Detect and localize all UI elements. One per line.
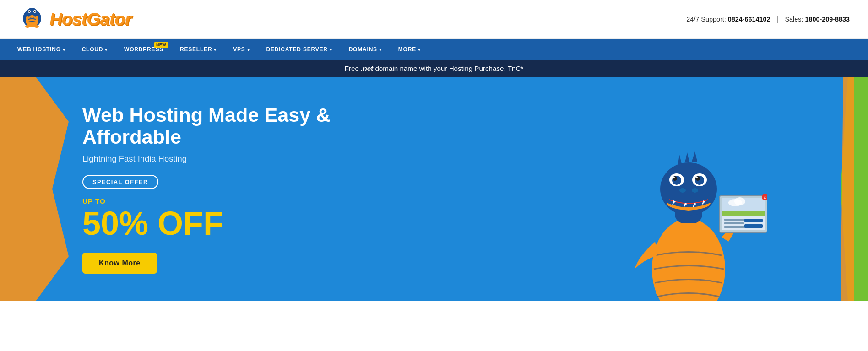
nav-dedicated-server[interactable]: DEDICATED SERVER ▾ [258, 39, 340, 60]
svg-point-28 [673, 177, 675, 178]
svg-point-8 [34, 11, 36, 12]
support-number: 0824-6614102 [728, 16, 770, 23]
svg-rect-37 [722, 211, 765, 216]
svg-point-36 [734, 197, 745, 205]
hostgator-logo-icon [18, 5, 46, 33]
nav-wordpress[interactable]: WORDPRESS NEW [116, 39, 172, 60]
svg-point-10 [34, 25, 39, 28]
know-more-button[interactable]: Know More [82, 253, 157, 274]
promo-text-after: domain name with your Hosting Purchase. … [373, 65, 523, 72]
hero-section: Web Hosting Made Easy & Affordable Light… [0, 77, 868, 301]
nav-web-hosting-arrow: ▾ [63, 47, 65, 52]
nav-vps-arrow: ▾ [247, 47, 250, 52]
svg-rect-41 [744, 219, 763, 222]
svg-point-9 [25, 25, 30, 28]
promo-banner: Free .net domain name with your Hosting … [0, 60, 868, 77]
sales-number: 1800-209-8833 [805, 16, 850, 23]
special-offer-badge: SPECIAL OFFER [82, 175, 158, 189]
nav-web-hosting[interactable]: WEB HOSTING ▾ [9, 39, 74, 60]
main-nav: WEB HOSTING ▾ CLOUD ▾ WORDPRESS NEW RESE… [0, 39, 868, 60]
nav-reseller-arrow: ▾ [214, 47, 217, 52]
nav-domains[interactable]: DOMAINS ▾ [341, 39, 390, 60]
promo-text-before: Free [345, 65, 361, 72]
nav-more-arrow: ▾ [418, 47, 421, 52]
nav-dedicated-server-arrow: ▾ [330, 47, 332, 52]
svg-point-26 [673, 176, 677, 181]
svg-point-31 [692, 188, 698, 193]
logo-area[interactable]: HostGator [18, 5, 131, 33]
hero-title: Web Hosting Made Easy & Affordable [82, 104, 394, 148]
sales-label: Sales: [785, 16, 803, 23]
support-info: 24/7 Support: 0824-6614102 | Sales: 1800… [686, 16, 850, 23]
svg-point-4 [29, 15, 35, 18]
svg-text:×: × [764, 195, 766, 200]
nav-domains-arrow: ▾ [379, 47, 382, 52]
nav-more[interactable]: MORE ▾ [390, 39, 429, 60]
nav-dedicated-server-label: DEDICATED SERVER [266, 46, 327, 53]
gator-mascot-svg: × [621, 136, 767, 301]
svg-point-7 [29, 11, 30, 12]
nav-more-label: MORE [398, 46, 416, 53]
nav-reseller-label: RESELLER [180, 46, 212, 53]
nav-web-hosting-label: WEB HOSTING [17, 46, 61, 53]
svg-rect-42 [744, 224, 763, 228]
logo-text: HostGator [49, 9, 131, 29]
new-badge: NEW [154, 42, 168, 48]
svg-rect-39 [724, 222, 744, 224]
nav-cloud[interactable]: CLOUD ▾ [74, 39, 116, 60]
svg-point-29 [696, 177, 698, 178]
svg-point-30 [679, 188, 686, 193]
nav-vps[interactable]: VPS ▾ [225, 39, 258, 60]
nav-cloud-arrow: ▾ [105, 47, 108, 52]
gator-mascot: × [621, 136, 767, 301]
svg-point-19 [652, 219, 725, 301]
nav-vps-label: VPS [233, 46, 245, 53]
promo-dotnet: .net [361, 65, 373, 72]
support-divider: | [777, 16, 779, 23]
support-label: 24/7 Support: [686, 16, 726, 23]
nav-domains-label: DOMAINS [349, 46, 377, 53]
svg-point-27 [695, 176, 700, 181]
site-header: HostGator 24/7 Support: 0824-6614102 | S… [0, 0, 868, 39]
nav-cloud-label: CLOUD [82, 46, 103, 53]
nav-reseller[interactable]: RESELLER ▾ [172, 39, 225, 60]
